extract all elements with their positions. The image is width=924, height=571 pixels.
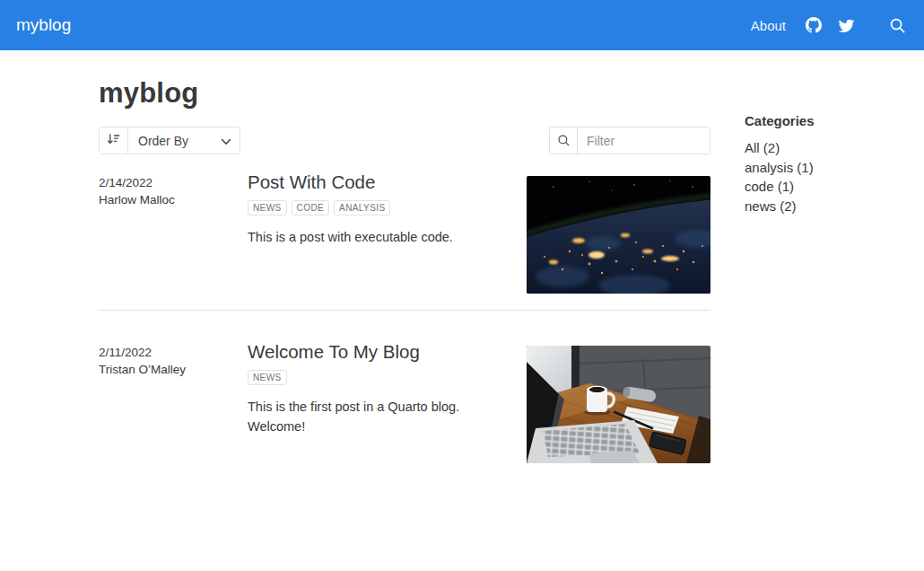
post-categories: NEWS [248,370,517,385]
category-item-analysis[interactable]: analysis (1) [745,158,897,178]
page-title: myblog [99,77,710,110]
post-row: 2/11/2022 Tristan O’Malley Welcome To My… [99,311,710,463]
category-item-code[interactable]: code (1) [745,177,897,197]
category-badge[interactable]: ANALYSIS [334,200,390,215]
order-by-select-wrap: Order By [128,127,240,154]
nav-link-about[interactable]: About [751,18,786,33]
post-author: Tristan O’Malley [99,361,238,378]
filter-input[interactable] [578,127,710,154]
post-meta: 2/14/2022 Harlow Malloc [99,171,238,294]
category-item-news[interactable]: news (2) [745,197,897,216]
post-title-link[interactable]: Post With Code [248,171,517,194]
navbar-brand[interactable]: myblog [16,15,71,35]
category-item-all[interactable]: All (2) [745,138,897,158]
post-description: This is a post with executable code. [248,227,517,247]
listing-toolbar: Order By [99,127,710,154]
page-body: myblog Order By [0,50,924,463]
navbar: myblog About [0,0,924,50]
post-row: 2/14/2022 Harlow Malloc Post With Code N… [99,171,710,311]
post-date: 2/14/2022 [99,174,238,191]
post-author: Harlow Malloc [99,191,238,208]
sort-amount-down-icon [107,133,120,148]
post-categories: NEWS CODE ANALYSIS [248,200,517,215]
sort-direction-button[interactable] [100,127,128,154]
post-meta: 2/11/2022 Tristan O’Malley [99,341,238,463]
twitter-icon[interactable] [838,18,855,32]
filter-group [549,127,710,154]
category-badge[interactable]: NEWS [248,200,287,215]
post-image-desk-with-laptop[interactable] [527,346,710,463]
post-body: Welcome To My Blog NEWS This is the firs… [248,341,517,463]
categories-sidebar: Categories All (2) analysis (1) code (1)… [745,77,897,463]
post-image-earth-at-night[interactable] [527,176,710,294]
category-badge[interactable]: NEWS [248,370,287,385]
post-body: Post With Code NEWS CODE ANALYSIS This i… [248,171,517,294]
order-by-select[interactable]: Order By [128,127,240,154]
search-icon[interactable] [889,17,906,34]
sort-group: Order By [99,127,240,154]
post-title-link[interactable]: Welcome To My Blog [248,341,517,364]
post-date: 2/11/2022 [99,344,238,361]
navbar-right: About [751,17,906,34]
category-badge[interactable]: CODE [292,200,330,215]
listing-main: myblog Order By [99,77,710,463]
categories-heading: Categories [745,113,897,128]
filter-search-icon [550,127,578,154]
github-icon[interactable] [806,17,822,33]
post-description: This is the first post in a Quarto blog.… [248,397,517,437]
